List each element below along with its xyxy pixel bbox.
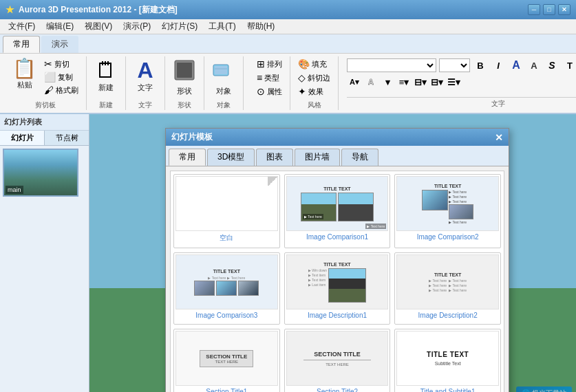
clipboard-label: 剪切板: [35, 99, 56, 110]
fill-button[interactable]: 🎨 填充: [296, 58, 329, 70]
modal-overlay: 幻灯片模板 ✕ 常用 3D模型 图表 图片墙 导航: [89, 114, 576, 392]
template-name-blank: 空白: [219, 232, 234, 243]
new-group-label: 新建: [99, 99, 113, 110]
modal-tab-chart[interactable]: 图表: [256, 149, 293, 166]
ribbon-tabs: 常用 演示: [0, 34, 576, 53]
text-btn-b[interactable]: B: [473, 58, 488, 73]
new-button[interactable]: 🗒 新建: [92, 58, 120, 94]
text-btn-para2[interactable]: ⊟▾: [429, 74, 445, 89]
text-btn-list[interactable]: ☰▾: [446, 74, 461, 89]
ribbon-group-new: 🗒 新建 新建: [87, 56, 126, 110]
property-button[interactable]: ⊙ 属性: [255, 85, 284, 98]
menu-help[interactable]: 帮助(H): [242, 19, 281, 34]
ribbon-tab-common[interactable]: 常用: [3, 36, 40, 53]
shape-button[interactable]: 形状: [171, 58, 198, 98]
ribbon-group-text: A 文字 文字: [126, 56, 165, 110]
arrange-label: 排列: [267, 59, 282, 69]
text-btn-s[interactable]: S: [544, 58, 559, 73]
text-btn-a-outline[interactable]: A: [363, 74, 378, 89]
close-button[interactable]: ✕: [558, 4, 570, 15]
modal-tab-3d[interactable]: 3D模型: [207, 149, 255, 166]
shape-group-label: 形状: [178, 99, 191, 110]
text-btn-spacing[interactable]: ▾: [380, 74, 395, 89]
template-blank[interactable]: 空白: [173, 174, 280, 248]
object-icon: [213, 59, 235, 85]
format-painter-label: 格式刷: [56, 85, 78, 96]
ribbon-group-shape: 形状 形状: [165, 56, 204, 110]
template-thumb-title-sub1: TITLE TEXT Subtitle Text: [396, 331, 499, 386]
template-imgcomp1[interactable]: TITLE TEXT ▶ Text here ▶ Text here: [284, 174, 391, 248]
menu-slide[interactable]: 幻灯片(S): [156, 19, 203, 34]
effect-icon: ✦: [298, 86, 306, 97]
modal-tab-nav[interactable]: 导航: [341, 149, 378, 166]
slide-thumbnail[interactable]: main: [3, 149, 78, 197]
panel-tab-slides[interactable]: 幻灯片: [0, 131, 45, 145]
modal-close-button[interactable]: ✕: [495, 132, 503, 143]
text-content: A 文字: [131, 56, 159, 99]
format-painter-icon: 🖌: [44, 85, 54, 96]
template-section1[interactable]: SECTION TITLE TEXT HERE Section Title1: [173, 329, 280, 392]
canvas-area: main 幻灯片模板 ✕ 常用 3D模型 图表 图片墙 导航: [89, 114, 576, 392]
menu-view[interactable]: 视图(V): [79, 19, 118, 34]
template-thumb-imgcomp3: TITLE TEXT ▶ Text here ▶ Text here: [175, 254, 278, 309]
template-imgcomp3[interactable]: TITLE TEXT ▶ Text here ▶ Text here: [173, 252, 280, 325]
ribbon-group-object: 对象 对象: [204, 56, 244, 110]
template-section2[interactable]: SECTION TITLE TEXT HERE Section Title2: [284, 329, 391, 392]
type-button[interactable]: ≡ 类型: [255, 72, 281, 84]
menu-present[interactable]: 演示(P): [118, 19, 156, 34]
text-btn-a2[interactable]: A: [526, 58, 542, 73]
arrange-button[interactable]: ⊞ 排列: [255, 58, 284, 70]
template-name-title-sub1: Title and Subtitle1: [420, 387, 476, 392]
bevel-icon: ◇: [298, 72, 306, 83]
template-name-imgdesc1: Image Description1: [307, 311, 367, 320]
text-btn-a1[interactable]: A: [509, 58, 524, 73]
text-btn-para1[interactable]: ⊟▾: [413, 74, 428, 89]
template-thumb-imgcomp1: TITLE TEXT ▶ Text here ▶ Text here: [286, 176, 389, 231]
bevel-button[interactable]: ◇ 斜切边: [296, 72, 332, 84]
type-label: 类型: [264, 73, 279, 83]
minimize-button[interactable]: ─: [528, 4, 540, 15]
clipboard-section: 📋 粘贴 ✂ 剪切 ⬜ 复制 🖌: [10, 58, 81, 96]
cut-button[interactable]: ✂ 剪切: [42, 58, 81, 70]
menu-file[interactable]: 文件(F): [3, 19, 41, 34]
object-button[interactable]: 对象: [210, 58, 237, 98]
object-group-label: 对象: [217, 99, 231, 110]
template-name-imgcomp2: Image Comparison2: [416, 232, 480, 241]
font-family-selector[interactable]: [347, 58, 436, 72]
template-imgdesc1[interactable]: TITLE TEXT ▶ Win down ▶ Text item ▶ Text…: [284, 252, 391, 325]
text-btn-a-small[interactable]: A▾: [347, 74, 362, 89]
ribbon-tab-present[interactable]: 演示: [41, 36, 78, 53]
format-painter-button[interactable]: 🖌 格式刷: [42, 84, 81, 96]
template-name-imgdesc2: Image Description2: [418, 311, 478, 320]
text-btn-align[interactable]: ≡▾: [396, 74, 412, 89]
slide-template-modal: 幻灯片模板 ✕ 常用 3D模型 图表 图片墙 导航: [165, 128, 509, 392]
object-label: 对象: [216, 86, 231, 96]
menu-edit[interactable]: 编辑(E): [41, 19, 79, 34]
copy-icon: ⬜: [44, 72, 56, 83]
modal-tab-imgwall[interactable]: 图片墙: [295, 149, 340, 166]
text-button[interactable]: A 文字: [131, 58, 159, 94]
effect-button[interactable]: ✦ 效果: [296, 85, 326, 98]
template-thumb-imgcomp2: TITLE TEXT ▶ Text here ▶ Text here ▶ Tex…: [396, 176, 499, 231]
text-btn-i[interactable]: I: [491, 58, 506, 73]
ribbon: 常用 演示 📋 粘贴 ✂ 剪切 ⬜: [0, 34, 576, 114]
copy-button[interactable]: ⬜ 复制: [42, 71, 81, 83]
template-thumb-imgdesc1: TITLE TEXT ▶ Win down ▶ Text item ▶ Text…: [286, 254, 389, 309]
svg-rect-3: [215, 66, 227, 74]
maximize-button[interactable]: □: [543, 4, 555, 15]
clipboard-small-stack: ✂ 剪切 ⬜ 复制 🖌 格式刷: [42, 58, 81, 96]
ribbon-content: 📋 粘贴 ✂ 剪切 ⬜ 复制 🖌: [0, 53, 576, 113]
shape-label: 形状: [177, 86, 192, 96]
paste-button[interactable]: 📋 粘贴: [10, 58, 39, 91]
template-title-sub1[interactable]: TITLE TEXT Subtitle Text Title and Subti…: [394, 329, 501, 392]
new-content: 🗒 新建: [92, 56, 120, 99]
modal-tab-common[interactable]: 常用: [169, 149, 206, 166]
template-thumb-blank: [175, 176, 278, 231]
text-btn-t1[interactable]: T: [562, 58, 576, 73]
menu-tools[interactable]: 工具(T): [203, 19, 241, 34]
template-imgcomp2[interactable]: TITLE TEXT ▶ Text here ▶ Text here ▶ Tex…: [394, 174, 501, 248]
panel-tab-nodes[interactable]: 节点树: [45, 131, 89, 145]
fill-icon: 🎨: [298, 58, 310, 69]
font-size-selector[interactable]: [439, 58, 470, 72]
template-imgdesc2[interactable]: TITLE TEXT ▶ Text here ▶ Text here ▶ Tex…: [394, 252, 501, 325]
